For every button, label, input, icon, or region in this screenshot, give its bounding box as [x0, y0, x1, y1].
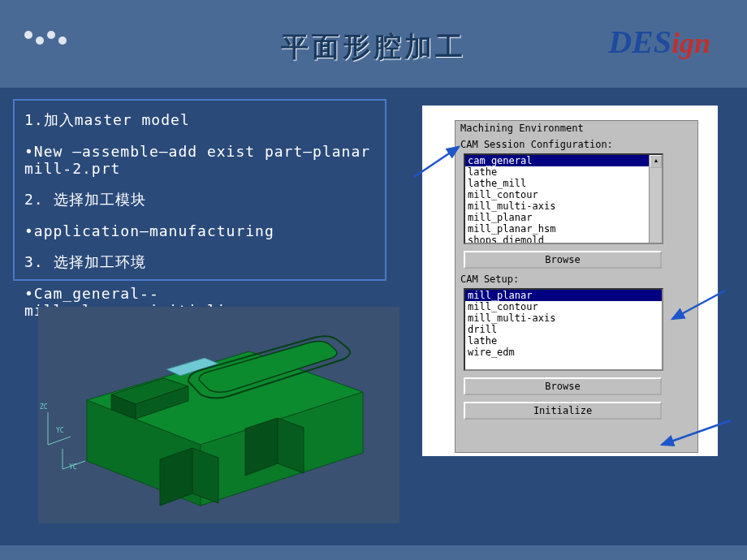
axis-y-label-1: YC: [56, 427, 64, 434]
axis-z-label: ZC: [40, 403, 48, 411]
list-item[interactable]: lathe_mill: [465, 178, 662, 189]
list-item[interactable]: mill_planar: [465, 290, 662, 301]
env-panel-screenshot: Machining Environment CAM Session Config…: [422, 106, 718, 456]
cam-session-listbox[interactable]: ▴ cam_generallathelathe_millmill_contour…: [464, 153, 663, 244]
svg-marker-11: [192, 448, 218, 503]
scroll-up-icon[interactable]: ▴: [650, 155, 662, 168]
logo-ign: ign: [671, 27, 710, 59]
slide-header: 平面形腔加工 DESign: [0, 0, 747, 88]
svg-line-15: [48, 437, 71, 445]
list-item[interactable]: shops_diemold: [465, 235, 662, 244]
scrollbar[interactable]: ▴: [649, 155, 662, 243]
browse-setup-button[interactable]: Browse: [464, 377, 662, 395]
list-item[interactable]: mill_multi-axis: [465, 200, 662, 212]
design-logo: DESign: [608, 23, 710, 61]
logo-des: DES: [608, 24, 671, 60]
step-2-label: 2. 选择加工模块: [24, 190, 375, 209]
axis-y-label-2: YC: [69, 463, 77, 471]
list-item[interactable]: lathe: [465, 335, 662, 347]
slide-title: 平面形腔加工: [281, 28, 466, 66]
step-1-detail: •New –assemble—add exist part—planar mil…: [24, 143, 375, 177]
cam-setup-label: CAM Setup:: [460, 274, 693, 285]
cam-setup-listbox[interactable]: mill_planarmill_contourmill_multi-axisdr…: [464, 288, 663, 371]
steps-box: 1.加入master model •New –assemble—add exis…: [13, 99, 386, 281]
list-item[interactable]: mill_planar: [465, 212, 662, 223]
list-item[interactable]: mill_contour: [465, 301, 662, 312]
svg-marker-13: [278, 418, 304, 473]
cam-session-label: CAM Session Configuration:: [460, 139, 693, 150]
step-2-detail: •application—manufacturing: [24, 222, 375, 239]
list-item[interactable]: drill: [465, 324, 662, 335]
env-window-title: Machining Environment: [460, 123, 693, 134]
browse-session-button[interactable]: Browse: [464, 251, 662, 269]
slide-content: 1.加入master model •New –assemble—add exis…: [0, 88, 747, 560]
step-3-label: 3. 选择加工环境: [24, 252, 375, 272]
list-item[interactable]: wire_edm: [465, 347, 662, 358]
3d-model: ZC YC YC: [38, 307, 399, 523]
list-item[interactable]: mill_multi-axis: [465, 312, 662, 324]
list-item[interactable]: cam_general: [465, 155, 662, 166]
machining-env-window: Machining Environment CAM Session Config…: [455, 120, 698, 453]
initialize-button[interactable]: Initialize: [464, 402, 662, 420]
list-item[interactable]: lathe: [465, 166, 662, 178]
list-item[interactable]: mill_planar_hsm: [465, 223, 662, 235]
3d-viewport: ZC YC YC: [38, 307, 399, 523]
step-1-label: 1.加入master model: [24, 110, 375, 130]
slide-footer-bar: [0, 545, 747, 560]
list-item[interactable]: mill_contour: [465, 189, 662, 200]
